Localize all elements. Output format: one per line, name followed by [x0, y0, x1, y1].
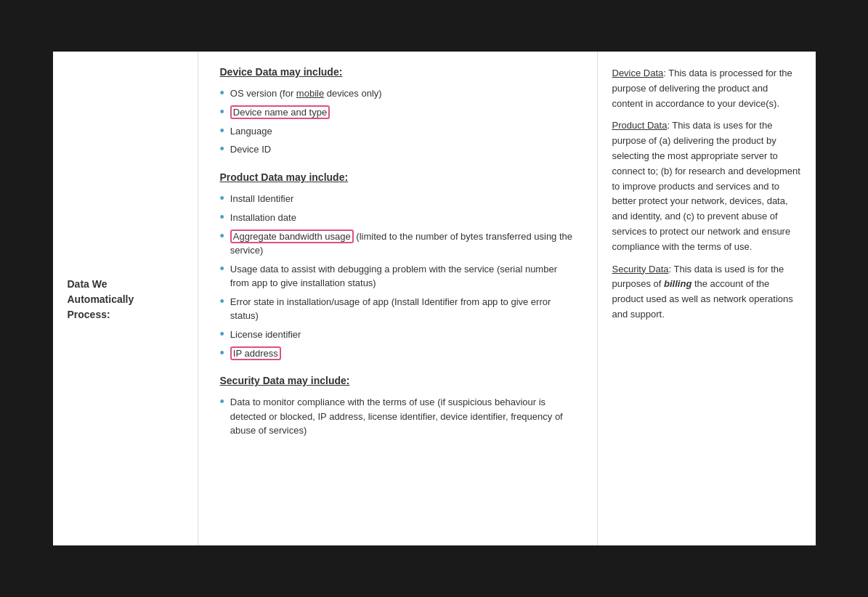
list-item: • OS version (for mobile devices only) — [220, 86, 575, 101]
section-label: Data We Automatically Process: — [68, 277, 134, 322]
bandwidth-highlight: Aggregate bandwidth usage — [230, 230, 354, 243]
product-bullet-list: • Install Identifier • Installation date… — [220, 192, 575, 360]
security-bullet-list: • Data to monitor compliance with the te… — [220, 395, 575, 438]
list-item: • Data to monitor compliance with the te… — [220, 395, 575, 438]
product-section-title: Product Data may include: — [220, 171, 575, 183]
list-item: • IP address — [220, 346, 575, 361]
product-data-desc: : This data is uses for the purpose of (… — [612, 120, 800, 251]
item-text: IP address — [230, 346, 281, 361]
item-text: Data to monitor compliance with the term… — [230, 395, 575, 438]
ip-highlight: IP address — [230, 346, 281, 360]
list-item: • Usage data to assist with debugging a … — [220, 262, 575, 291]
mobile-text: mobile — [296, 88, 324, 99]
page-container: Data We Automatically Process: Device Da… — [53, 52, 816, 545]
item-text: OS version (for mobile devices only) — [230, 86, 382, 101]
product-data-label: Product Data — [612, 120, 668, 131]
product-data-paragraph: Product Data: This data is uses for the … — [612, 118, 801, 254]
device-bullet-list: • OS version (for mobile devices only) •… — [220, 86, 575, 157]
list-item: • Language — [220, 124, 575, 139]
bullet-icon: • — [220, 86, 224, 101]
left-column: Data We Automatically Process: — [53, 52, 198, 545]
bullet-icon: • — [220, 142, 224, 157]
item-text: Install Identifier — [230, 192, 293, 206]
device-data-paragraph: Device Data: This data is processed for … — [612, 66, 801, 111]
item-text: Language — [230, 124, 272, 139]
list-item: • Error state in installation/usage of a… — [220, 295, 575, 323]
security-data-label: Security Data — [612, 264, 669, 275]
item-text: Error state in installation/usage of app… — [230, 295, 575, 323]
list-item: • Device ID — [220, 142, 575, 157]
item-text: Usage data to assist with debugging a pr… — [230, 262, 575, 291]
device-section-title: Device Data may include: — [220, 66, 575, 78]
bullet-icon: • — [220, 295, 224, 309]
security-data-paragraph: Security Data: This data is used is for … — [612, 262, 801, 322]
right-column: Device Data: This data is processed for … — [598, 52, 816, 545]
device-data-label: Device Data — [612, 68, 664, 78]
item-text: Installation date — [230, 211, 296, 225]
list-item: • Device name and type — [220, 105, 575, 120]
device-name-highlight: Device name and type — [230, 105, 330, 119]
list-item: • Install Identifier — [220, 192, 575, 206]
security-section-title: Security Data may include: — [220, 375, 575, 386]
list-item: • Installation date — [220, 211, 575, 225]
item-text: Device name and type — [230, 105, 330, 120]
billing-word: billing — [664, 278, 691, 289]
right-col-description: Device Data: This data is processed for … — [612, 66, 801, 322]
bullet-icon: • — [220, 192, 224, 206]
list-item: • License identifier — [220, 328, 575, 342]
bullet-icon: • — [220, 124, 224, 139]
bullet-icon: • — [220, 262, 224, 277]
bullet-icon: • — [220, 328, 224, 342]
bullet-icon: • — [220, 346, 224, 361]
bullet-icon: • — [220, 230, 224, 244]
bullet-icon: • — [220, 395, 224, 410]
item-text: Device ID — [230, 142, 271, 157]
bullet-icon: • — [220, 105, 224, 120]
middle-column: Device Data may include: • OS version (f… — [198, 52, 598, 545]
list-item: • Aggregate bandwidth usage (limited to … — [220, 230, 575, 258]
bullet-icon: • — [220, 211, 224, 225]
item-text: Aggregate bandwidth usage (limited to th… — [230, 230, 575, 258]
item-text: License identifier — [230, 328, 301, 342]
